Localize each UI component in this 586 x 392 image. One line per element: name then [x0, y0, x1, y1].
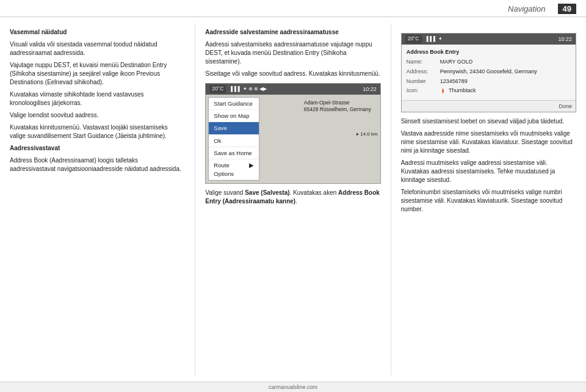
nav-menu-box: Start Guidance Show on Map Save Ok Save …: [208, 97, 259, 181]
menu-show-on-map: Show on Map: [209, 110, 259, 122]
footer-url: carmanualsline.com: [269, 384, 317, 390]
ab-name-row: Name: MARY GOLD: [407, 58, 571, 66]
ab-signal: ▌▌▌ ✦: [427, 35, 443, 42]
screenshot-bar: 20°C ▌▌▌ ✦ ⊕ ⊗ ◀▶ 10:22: [206, 84, 380, 95]
menu-route-options: Route Options ▶: [209, 159, 259, 180]
time-display: 10:22: [363, 85, 377, 93]
column-3: 20°C ▌▌▌ ✦ 10:22 Address Book Entry Name…: [391, 23, 586, 376]
col2-heading: Aadresside salvestamine aadressiraamatus…: [205, 28, 380, 37]
route-options-label: Route Options: [214, 161, 249, 178]
address-book-screenshot: 20°C ▌▌▌ ✦ 10:22 Address Book Entry Name…: [401, 33, 576, 112]
page-header: Navigation 49: [0, 0, 586, 17]
signal-icon: ▌▌▌ ✦ ⊕ ⊗ ◀▶: [231, 85, 267, 92]
menu-save: Save: [209, 122, 259, 134]
col1-p1: Vasemmal näidatud: [10, 28, 185, 37]
bar-left: 20°C ▌▌▌ ✦ ⊕ ⊗ ◀▶: [209, 85, 267, 93]
col1-p6: Kuvatakas kinnitusmenüü. Vastavast loojä…: [10, 123, 185, 140]
content-area: Vasemmal näidatud Visuali valida või sis…: [0, 17, 586, 382]
thumbtack-icon: [440, 88, 446, 94]
page-number: 49: [558, 4, 576, 14]
distance: ▸ 14.0 km: [304, 131, 378, 137]
temp-display: 20°C: [209, 85, 226, 93]
col2-caption: Valige suvand Save (Salvesta). Kuvatakas…: [205, 189, 380, 206]
page-container: Navigation 49 Vasemmal näidatud Visuali …: [0, 0, 586, 392]
ab-address-row: Address: Pennywish, 24340 Goosefeld, Ger…: [407, 68, 571, 76]
col2-p2: Siseitage või valige soovitud aadress. K…: [205, 70, 380, 78]
col3-p4: Telefoninumbri sisestamiseks või muutmis…: [401, 188, 576, 214]
col3-p2: Vastava aadresside nime sisestamiseks võ…: [401, 129, 576, 155]
ab-done-button[interactable]: Done: [402, 100, 576, 112]
col2-p1: Aadressi salvestamiseks aadressiraamatus…: [205, 40, 380, 66]
ab-temp: 20°C: [405, 35, 422, 43]
ab-time: 10:22: [558, 35, 572, 43]
footer-bar: carmanualsline.com: [0, 382, 586, 392]
menu-start-guidance: Start Guidance: [209, 98, 259, 110]
ab-title: Address Book Entry: [407, 48, 571, 56]
col1-p7: Aadressivastavat: [10, 144, 185, 153]
ab-number-value: 123456789: [440, 78, 468, 85]
menu-save-as-home: Save as Home: [209, 147, 259, 159]
location-line2: 65428 Rüsselheim, Germany: [304, 106, 378, 113]
ab-number-row: Number 123456789: [407, 78, 571, 85]
menu-ok: Ok: [209, 135, 259, 147]
chapter-title: Navigation: [508, 4, 545, 13]
ab-content: Address Book Entry Name: MARY GOLD Addre…: [402, 45, 576, 100]
ab-number-label: Number: [407, 78, 440, 85]
col1-p8: Address Book (Aadressiraamat) loogis tal…: [10, 156, 185, 173]
column-2: Aadresside salvestamine aadressiraamatus…: [195, 23, 391, 376]
screenshot-content: Start Guidance Show on Map Save Ok Save …: [206, 95, 380, 183]
col3-p1: Siinselt sisestamisest loebet on sisevad…: [401, 117, 576, 126]
col3-p3: Aadressi muutmiseks valige aadressi sise…: [401, 159, 576, 184]
ab-icon-row: Icon: Thumbtack: [407, 87, 571, 95]
col1-p4: Kuvatakas viimaste sihikohtade loend vas…: [10, 90, 185, 107]
ab-bar: 20°C ▌▌▌ ✦ 10:22: [402, 34, 576, 45]
location-line1: Adam-Opel-Strasse: [304, 100, 378, 106]
col1-p3: Vajutage nuppu DEST, et kuvaisi menüü De…: [10, 61, 185, 87]
column-1: Vasemmal näidatud Visuali valida või sis…: [0, 23, 195, 376]
ab-address-value: Pennywish, 24340 Goosefeld, Germany: [440, 68, 537, 76]
col1-p5: Valige loendist soovitud aadress.: [10, 111, 185, 120]
ab-address-label: Address:: [407, 68, 440, 76]
ab-icon-label: Icon:: [407, 87, 440, 95]
ab-icon-value: Thumbtack: [440, 87, 476, 95]
route-options-arrow: ▶: [249, 161, 254, 178]
ab-bar-left: 20°C ▌▌▌ ✦: [405, 35, 443, 43]
col1-p2: Visuali valida või sisestada vasemmal to…: [10, 40, 185, 57]
ab-name-value: MARY GOLD: [440, 58, 473, 66]
nav-menu-screenshot: 20°C ▌▌▌ ✦ ⊕ ⊗ ◀▶ 10:22 Start Guidance S…: [205, 83, 380, 184]
ab-name-label: Name:: [407, 58, 440, 66]
